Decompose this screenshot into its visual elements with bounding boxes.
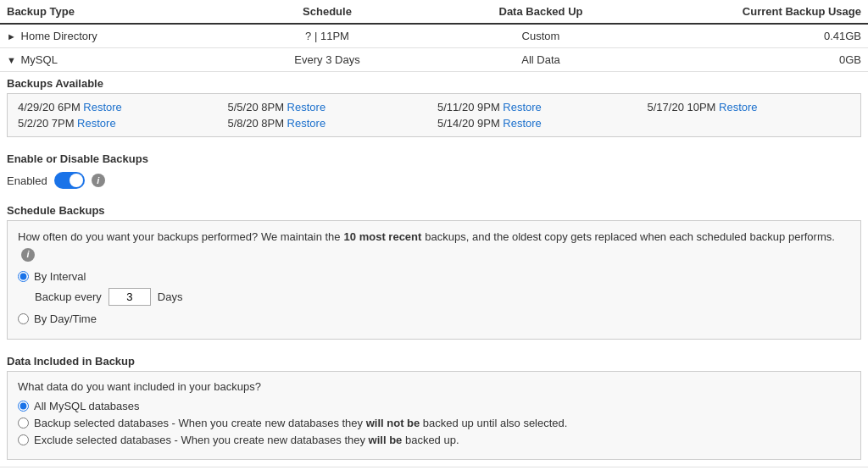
backup-every-input[interactable] xyxy=(108,288,151,306)
table-row: ▼ MySQL Every 3 Days All Data 0GB xyxy=(0,48,868,72)
list-item: 4/29/20 6PM Restore xyxy=(18,101,221,113)
backup-datetime: 5/2/20 7PM xyxy=(18,117,77,130)
enable-toggle[interactable] xyxy=(54,172,85,189)
days-label: Days xyxy=(158,290,183,303)
col-current-backup-usage: Current Backup Usage xyxy=(648,5,861,18)
home-directory-label: ► Home Directory xyxy=(7,30,220,42)
exclude-selected-label: Exclude selected databases - When you cr… xyxy=(34,434,459,446)
data-section-header: Data Included in Backup xyxy=(0,346,868,371)
table-header: Backup Type Schedule Data Backed Up Curr… xyxy=(0,0,868,25)
by-daytime-radio[interactable] xyxy=(18,313,29,324)
backup-datetime: 5/11/20 9PM xyxy=(437,101,503,113)
by-interval-radio-row: By Interval xyxy=(18,270,850,283)
home-directory-data: Custom xyxy=(434,30,648,42)
home-directory-usage: 0.41GB xyxy=(648,30,861,42)
data-option-2: Backup selected databases - When you cre… xyxy=(18,417,850,429)
data-box: What data do you want included in your b… xyxy=(7,371,861,460)
by-daytime-label: By Day/Time xyxy=(34,312,97,325)
list-item: 5/5/20 8PM Restore xyxy=(228,101,431,113)
backup-datetime: 5/5/20 8PM xyxy=(228,101,287,113)
schedule-desc-bold: 10 most recent xyxy=(344,229,422,245)
enabled-label: Enabled xyxy=(7,174,47,187)
restore-link[interactable]: Restore xyxy=(503,117,542,130)
table-row: ► Home Directory ? | 11PM Custom 0.41GB xyxy=(0,25,868,48)
backups-available-label: Backups Available xyxy=(0,72,868,93)
list-item: 5/14/20 9PM Restore xyxy=(437,117,641,130)
col-schedule: Schedule xyxy=(220,5,434,18)
arrow-icon: ► xyxy=(7,31,16,41)
backup-selected-radio[interactable] xyxy=(18,417,29,429)
data-option-1: All MySQL databases xyxy=(18,400,850,412)
by-daytime-radio-row: By Day/Time xyxy=(18,312,850,325)
restore-link[interactable]: Restore xyxy=(287,117,326,130)
info-icon[interactable]: i xyxy=(92,174,105,187)
mysql-data: All Data xyxy=(434,53,648,66)
col-backup-type: Backup Type xyxy=(7,5,220,18)
schedule-info-icon[interactable]: i xyxy=(21,248,35,262)
mysql-label: ▼ MySQL xyxy=(7,53,220,66)
list-item: 5/11/20 9PM Restore xyxy=(437,101,641,113)
backup-datetime: 5/14/20 9PM xyxy=(437,117,503,130)
mysql-schedule: Every 3 Days xyxy=(220,53,434,66)
data-question: What data do you want included in your b… xyxy=(18,380,850,393)
backup-selected-label: Backup selected databases - When you cre… xyxy=(34,417,567,429)
backups-grid: 4/29/20 6PM Restore 5/5/20 8PM Restore 5… xyxy=(18,101,850,130)
schedule-box: How often do you want your backups perfo… xyxy=(7,220,861,340)
backup-datetime: 5/8/20 8PM xyxy=(228,117,287,130)
restore-link[interactable]: Restore xyxy=(719,101,758,113)
backups-grid-container: 4/29/20 6PM Restore 5/5/20 8PM Restore 5… xyxy=(7,93,861,137)
backup-every-label: Backup every xyxy=(35,290,102,303)
data-option-3: Exclude selected databases - When you cr… xyxy=(18,434,850,446)
restore-link[interactable]: Restore xyxy=(77,117,116,130)
backup-datetime: 5/17/20 10PM xyxy=(648,101,720,113)
restore-link[interactable]: Restore xyxy=(287,101,326,113)
toggle-row: Enabled i xyxy=(0,169,868,196)
restore-link[interactable]: Restore xyxy=(503,101,542,113)
schedule-section-header: Schedule Backups xyxy=(0,196,868,220)
list-item: 5/17/20 10PM Restore xyxy=(648,101,851,113)
by-interval-radio[interactable] xyxy=(18,271,29,282)
backup-every-row: Backup every Days xyxy=(35,288,850,306)
all-mysql-radio[interactable] xyxy=(18,401,29,412)
list-item: 5/8/20 8PM Restore xyxy=(228,117,431,130)
footer-buttons: Apply Changes Cancel xyxy=(0,467,868,470)
by-interval-label: By Interval xyxy=(34,270,86,283)
col-data-backed-up: Data Backed Up xyxy=(434,5,648,18)
list-item: 5/2/20 7PM Restore xyxy=(18,117,221,130)
exclude-selected-radio[interactable] xyxy=(18,434,29,445)
restore-link[interactable]: Restore xyxy=(83,101,122,113)
home-directory-schedule: ? | 11PM xyxy=(220,30,434,42)
backup-datetime: 4/29/20 6PM xyxy=(18,101,83,113)
all-mysql-label: All MySQL databases xyxy=(34,400,140,412)
enable-section-header: Enable or Disable Backups xyxy=(0,144,868,169)
mysql-usage: 0GB xyxy=(648,53,861,66)
schedule-description: How often do you want your backups perfo… xyxy=(18,229,850,262)
schedule-desc-post: backups, and the oldest copy gets replac… xyxy=(425,229,834,245)
arrow-down-icon: ▼ xyxy=(7,55,16,65)
schedule-desc-pre: How often do you want your backups perfo… xyxy=(18,229,341,245)
